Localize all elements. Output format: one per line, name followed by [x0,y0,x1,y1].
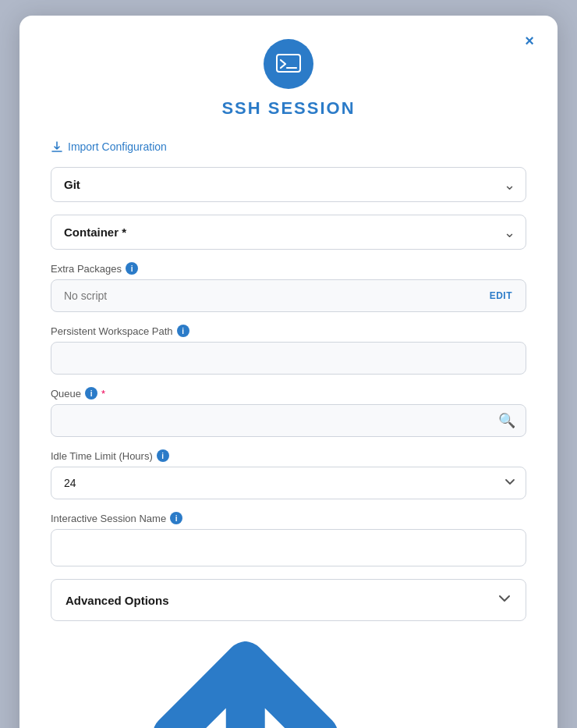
modal-overlay: × SSH SESSION Import Configuration [0,0,577,728]
svg-rect-0 [277,55,300,72]
extra-packages-label-row: Extra Packages i [51,262,526,275]
import-icon [51,140,63,153]
idle-time-select[interactable]: 1 2 4 8 12 24 48 72 [51,467,526,499]
idle-time-label-row: Idle Time Limit (Hours) i [51,449,526,462]
queue-label-row: Queue i * [51,387,526,400]
ssh-session-modal: × SSH SESSION Import Configuration [19,16,558,728]
extra-packages-info-icon[interactable]: i [126,262,138,275]
extra-packages-wrapper: EDIT [51,279,526,312]
export-config-link[interactable]: Export Configuration [51,637,526,728]
terminal-icon-svg [275,51,302,77]
advanced-options-chevron-icon [497,591,512,609]
advanced-options-row[interactable]: Advanced Options [51,579,526,621]
extra-packages-edit-button[interactable]: EDIT [487,287,515,304]
idle-time-select-wrapper: 1 2 4 8 12 24 48 72 [51,467,526,499]
queue-group: Queue i * 🔍 [51,387,526,437]
close-button[interactable]: × [519,30,540,51]
session-name-group: Interactive Session Name i [51,512,526,566]
container-select[interactable]: Container * [51,215,526,250]
session-name-label: Interactive Session Name [51,513,166,524]
git-field-group: Git ⌄ [51,167,526,202]
advanced-options-label: Advanced Options [65,594,169,607]
workspace-path-group: Persistent Workspace Path i ~/workspace [51,325,526,375]
workspace-path-label-row: Persistent Workspace Path i [51,325,526,337]
extra-packages-input[interactable] [51,279,526,312]
ssh-icon [264,39,313,89]
git-select[interactable]: Git [51,167,526,202]
queue-label: Queue [51,388,81,400]
workspace-path-info-icon[interactable]: i [177,325,189,337]
container-select-wrapper: Container * ⌄ [51,215,526,250]
idle-time-group: Idle Time Limit (Hours) i 1 2 4 8 12 24 … [51,449,526,499]
queue-required-star: * [101,388,105,400]
session-name-info-icon[interactable]: i [170,512,182,524]
modal-header: SSH SESSION [51,39,526,119]
session-name-input[interactable] [51,529,526,566]
queue-search-wrapper: 🔍 [51,404,526,437]
extra-packages-label: Extra Packages [51,263,122,275]
extra-packages-group: Extra Packages i EDIT [51,262,526,312]
import-config-label: Import Configuration [68,140,167,153]
export-icon [51,637,440,728]
queue-search-input[interactable] [51,404,526,437]
workspace-path-label: Persistent Workspace Path [51,325,173,337]
modal-title: SSH SESSION [221,98,355,119]
session-name-label-row: Interactive Session Name i [51,512,526,524]
queue-info-icon[interactable]: i [85,387,97,400]
idle-time-info-icon[interactable]: i [157,449,169,462]
container-field-group: Container * ⌄ [51,215,526,250]
workspace-path-input[interactable]: ~/workspace [51,342,526,375]
idle-time-label: Idle Time Limit (Hours) [51,450,153,462]
git-select-wrapper: Git ⌄ [51,167,526,202]
import-config-link[interactable]: Import Configuration [51,140,526,153]
